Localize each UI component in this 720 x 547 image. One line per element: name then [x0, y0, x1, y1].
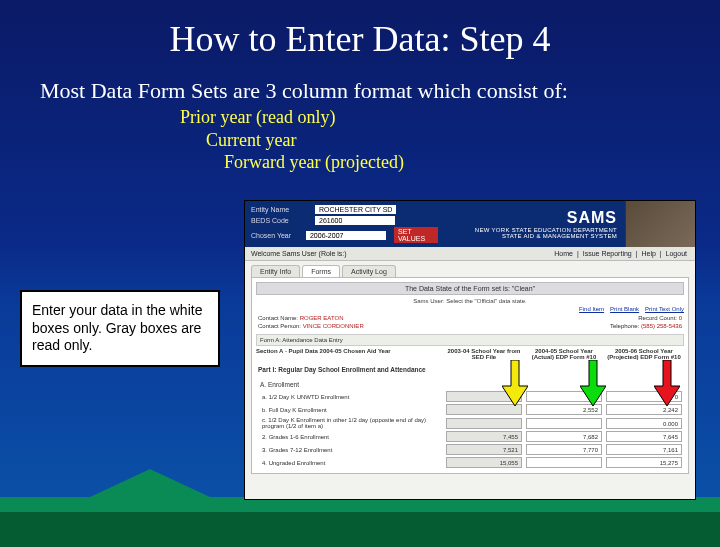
table-row: 4. Ungraded Enrollment15,05515,275	[256, 456, 684, 469]
col-header-3: 2005-06 School Year (Projected) EDP Form…	[604, 348, 684, 360]
slide: How to Enter Data: Step 4 Most Data Form…	[0, 0, 720, 547]
contact-name-label: Contact Name	[258, 315, 296, 321]
section-header: Form A: Attendance Data Entry	[256, 334, 684, 346]
slide-title: How to Enter Data: Step 4	[0, 18, 720, 60]
table-row: 3. Grades 7-12 Enrollment7,5217,7707,161	[256, 443, 684, 456]
link-print-text[interactable]: Print Text Only	[645, 306, 684, 312]
link-print-blank[interactable]: Print Blank	[610, 306, 639, 312]
chosen-year-label: Chosen Year	[251, 232, 302, 239]
arrow-red-icon	[654, 360, 680, 406]
table-row: a. 1/2 Day K UNWTD Enrollment00	[256, 390, 684, 403]
record-count-label: Record Count	[638, 315, 675, 321]
telephone-value: (585) 258-5436	[641, 323, 682, 329]
nav-home[interactable]: Home	[554, 250, 573, 257]
row-label: c. 1/2 Day K Enrollment in other 1/2 day…	[256, 417, 444, 429]
row-label: b. Full Day K Enrollment	[256, 407, 444, 413]
form-state-title: The Data State of the Form set is: "Clea…	[256, 282, 684, 295]
tab-activity-log[interactable]: Activity Log	[342, 265, 396, 277]
beds-code-label: BEDS Code	[251, 217, 311, 224]
app-banner: Entity Name ROCHESTER CITY SD BEDS Code …	[245, 201, 695, 247]
tab-bar: Entity Info Forms Activity Log	[245, 261, 695, 277]
set-values-button[interactable]: SET VALUES	[394, 227, 438, 243]
cell-current-year[interactable]	[526, 457, 602, 468]
slide-subtitle: Most Data Form Sets are 3 column format …	[40, 78, 680, 104]
app-screenshot: Entity Name ROCHESTER CITY SD BEDS Code …	[244, 200, 696, 500]
nav-logout[interactable]: Logout	[666, 250, 687, 257]
cell-prior-year: 7,521	[446, 444, 522, 455]
bullet-current-year: Current year	[206, 129, 404, 152]
cell-forward-year[interactable]: 7,645	[606, 431, 682, 442]
welcome-text: Welcome Sams User (Role is:)	[251, 250, 347, 257]
cell-current-year[interactable]: 7,682	[526, 431, 602, 442]
cell-prior-year	[446, 418, 522, 429]
cell-prior-year: 7,455	[446, 431, 522, 442]
banner-left: Entity Name ROCHESTER CITY SD BEDS Code …	[245, 201, 444, 247]
section-note: Section A - Pupil Data 2004-05 Chosen Ai…	[256, 348, 444, 360]
nav-help[interactable]: Help	[641, 250, 655, 257]
form-area: The Data State of the Form set is: "Clea…	[251, 277, 689, 474]
contact-name-value: ROGER EATON	[300, 315, 344, 321]
bullet-prior-year: Prior year (read only)	[180, 106, 404, 129]
callout-box: Enter your data in the white boxes only.…	[20, 290, 220, 367]
contact-person-value: VINCE CORDONNIER	[303, 323, 364, 329]
row-label: a. 1/2 Day K UNWTD Enrollment	[256, 394, 444, 400]
record-count-value: 0	[679, 315, 682, 321]
banner-title: SAMS NEW YORK STATE EDUCATION DEPARTMENT…	[444, 209, 625, 239]
cell-forward-year[interactable]: 0.000	[606, 418, 682, 429]
arrow-green-icon	[580, 360, 606, 406]
cell-current-year[interactable]: 7,770	[526, 444, 602, 455]
tab-forms[interactable]: Forms	[302, 265, 340, 277]
beds-code-value: 261600	[315, 216, 395, 225]
col-header-2: 2004-05 School Year (Actual) EDP Form #1…	[524, 348, 604, 360]
row-label: 2. Grades 1-6 Enrollment	[256, 434, 444, 440]
group-a-label: A. Enrollment	[256, 379, 684, 390]
welcome-bar: Welcome Sams User (Role is:) Home | Issu…	[245, 247, 695, 261]
cell-current-year[interactable]	[526, 418, 602, 429]
row-label: 4. Ungraded Enrollment	[256, 460, 444, 466]
data-rows: a. 1/2 Day K UNWTD Enrollment00b. Full D…	[256, 390, 684, 469]
arrow-yellow-icon	[502, 360, 528, 406]
tab-entity-info[interactable]: Entity Info	[251, 265, 300, 277]
part1-label: Part I: Regular Day School Enrollment an…	[256, 364, 684, 375]
cell-forward-year[interactable]: 7,161	[606, 444, 682, 455]
link-find-item[interactable]: Find Item	[579, 306, 604, 312]
bullet-forward-year: Forward year (projected)	[224, 151, 404, 174]
dept-line2: STATE AID & MANAGEMENT SYSTEM	[502, 233, 617, 239]
row-label: 3. Grades 7-12 Enrollment	[256, 447, 444, 453]
sams-logo-text: SAMS	[567, 209, 617, 227]
entity-name-label: Entity Name	[251, 206, 311, 213]
table-row: b. Full Day K Enrollment2,5522,242	[256, 403, 684, 416]
contact-person-label: Contact Person	[258, 323, 299, 329]
col-header-1: 2003-04 School Year from SED File	[444, 348, 524, 360]
bullet-list: Prior year (read only) Current year Forw…	[180, 106, 404, 174]
cell-forward-year[interactable]: 15,275	[606, 457, 682, 468]
column-headers: Section A - Pupil Data 2004-05 Chosen Ai…	[256, 348, 684, 360]
cell-prior-year: 15,055	[446, 457, 522, 468]
nav-issue[interactable]: Issue Reporting	[583, 250, 632, 257]
entity-name-value: ROCHESTER CITY SD	[315, 205, 396, 214]
chosen-year-value: 2006-2007	[306, 231, 386, 240]
banner-photo	[625, 201, 695, 247]
table-row: c. 1/2 Day K Enrollment in other 1/2 day…	[256, 416, 684, 430]
table-row: 2. Grades 1-6 Enrollment7,4557,6827,645	[256, 430, 684, 443]
form-links: Find Item Print Blank Print Text Only	[256, 304, 684, 314]
telephone-label: Telephone	[610, 323, 638, 329]
